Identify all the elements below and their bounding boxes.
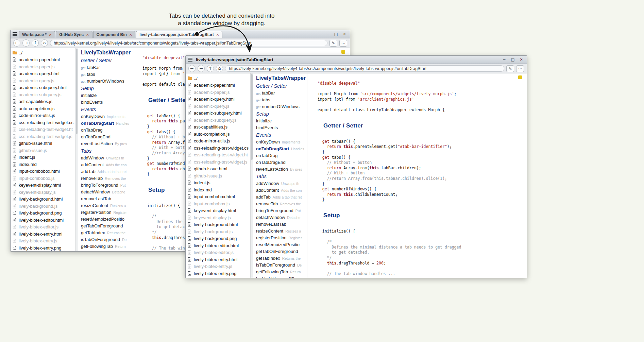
menu-icon[interactable]: [13, 32, 17, 36]
file-item[interactable]: lively-background.js: [188, 228, 250, 235]
edit-button[interactable]: ✎: [506, 65, 514, 72]
file-item[interactable]: ast-capabilities.js: [188, 124, 250, 131]
member-item[interactable]: resizeContentResizes a: [81, 202, 132, 209]
member-item[interactable]: onTabDragEnd: [81, 134, 132, 140]
menu-icon[interactable]: [188, 58, 192, 62]
file-item[interactable]: auto-completion.js: [188, 131, 250, 138]
minimize-button[interactable]: ─: [325, 32, 330, 37]
member-item[interactable]: highlightUnsavedChan: [256, 275, 307, 278]
member-item[interactable]: removeLastTab: [256, 221, 307, 228]
file-item[interactable]: keyevent-display.js: [13, 189, 75, 196]
file-item[interactable]: lively-bibtex-entry.html: [13, 230, 75, 238]
file-item[interactable]: lively-bibtex-entry.js: [13, 238, 75, 245]
file-item[interactable]: github-issue.js: [13, 147, 75, 154]
member-item[interactable]: addWindowUnwraps th: [81, 155, 132, 161]
file-item[interactable]: indent.js: [188, 179, 250, 187]
file-item[interactable]: index.md: [13, 161, 75, 168]
url-input[interactable]: [50, 40, 327, 46]
member-item[interactable]: getFollowingTabReturn: [256, 269, 307, 275]
member-item[interactable]: isTabOnForegroundDe: [81, 236, 132, 243]
up-button[interactable]: ↑: [207, 65, 214, 72]
member-item[interactable]: onTabDrag: [256, 152, 307, 159]
file-item[interactable]: academic-paper.js: [188, 89, 250, 96]
back-button[interactable]: ←: [13, 39, 20, 47]
file-item[interactable]: input-combobox.html: [13, 168, 75, 175]
member-item[interactable]: removeLastTab: [81, 195, 132, 202]
member-item[interactable]: onTabDragStartHandles: [256, 146, 307, 152]
tab-lively-tabs-wrapper[interactable]: lively-tabs-wrapper.js#onTabDragStart ✕: [136, 31, 222, 38]
file-item[interactable]: css-reloading-test-widget.ht: [13, 126, 75, 133]
member-item[interactable]: gettabBar: [256, 90, 307, 97]
file-item[interactable]: lively-background.js: [13, 203, 75, 210]
file-item[interactable]: code-mirror-utils.js: [188, 138, 250, 145]
file-item[interactable]: lively-background.html: [188, 221, 250, 228]
member-item[interactable]: detachWindowDetache: [81, 189, 132, 195]
member-item[interactable]: addContentAdds the con: [81, 161, 132, 168]
file-item[interactable]: input-combobox.html: [188, 193, 250, 201]
member-item[interactable]: registerPositionRegister: [256, 235, 307, 241]
file-item[interactable]: lively-background.png: [188, 235, 250, 242]
member-item[interactable]: getTabIndexReturns the: [81, 229, 132, 236]
member-item[interactable]: gettabs: [256, 97, 307, 103]
tab-close-icon[interactable]: ✕: [49, 33, 52, 37]
member-item[interactable]: getTabOnForeground: [81, 223, 132, 229]
file-item[interactable]: css-reloading-test-widget.cs: [188, 144, 250, 152]
file-item[interactable]: academic-query.html: [13, 70, 75, 78]
member-item[interactable]: getTabOnForeground: [256, 248, 307, 255]
file-item[interactable]: lively-bibtex-entry.js: [188, 263, 250, 270]
member-item[interactable]: gettabBar: [81, 64, 132, 71]
file-item[interactable]: keyevent-display.js: [188, 214, 250, 221]
member-item[interactable]: initialize: [256, 118, 307, 124]
more-button[interactable]: ⋯: [339, 40, 347, 47]
file-item[interactable]: css-reloading-test-widget.ht: [188, 152, 250, 159]
file-item[interactable]: keyevent-display.html: [188, 207, 250, 215]
file-item[interactable]: academic-query.html: [188, 96, 250, 103]
member-item[interactable]: addContentAdds the con: [256, 187, 307, 194]
file-item[interactable]: lively-bibtex-editor.html: [13, 217, 75, 224]
file-item[interactable]: lively-background.html: [13, 196, 75, 203]
tab-workspace[interactable]: Workspace * ✕: [19, 31, 55, 38]
file-item[interactable]: keyevent-display.html: [13, 182, 75, 189]
up-button[interactable]: ↑: [32, 39, 39, 47]
member-item[interactable]: registerPositionRegister: [81, 209, 132, 216]
member-item[interactable]: revertLastActionBy pres: [81, 140, 132, 147]
member-item[interactable]: getnumberOfWindows: [81, 78, 132, 85]
file-item[interactable]: lively-bibtex-editor.js: [13, 224, 75, 231]
member-item[interactable]: detachWindowDetache: [256, 214, 307, 221]
member-item[interactable]: onKeyDownImplements: [81, 113, 132, 120]
file-item[interactable]: ast-capabilities.js: [13, 98, 75, 105]
member-item[interactable]: onTabDragEnd: [256, 159, 307, 166]
file-item[interactable]: css-reloading-test-widget.cs: [13, 119, 75, 126]
member-item[interactable]: resetMemoizedPositio: [81, 216, 132, 223]
member-item[interactable]: bringToForegroundPut: [81, 182, 132, 189]
file-item[interactable]: lively-bibtex-editor.js: [188, 249, 250, 256]
file-item[interactable]: academic-paper.js: [13, 63, 75, 70]
maximize-button[interactable]: □: [333, 32, 339, 37]
file-item[interactable]: lively-bibtex-entry.png: [188, 270, 250, 277]
file-item[interactable]: academic-query.js: [13, 77, 75, 84]
file-item[interactable]: academic-subquery.html: [188, 110, 250, 117]
member-item[interactable]: removeTabRemoves the: [256, 201, 307, 207]
member-item[interactable]: onTabDrag: [81, 127, 132, 134]
maximize-button[interactable]: □: [510, 57, 515, 62]
scrollbar-thumb[interactable]: [251, 74, 253, 160]
member-item[interactable]: getTabIndexReturns the: [256, 255, 307, 262]
member-item[interactable]: resetMemoizedPositio: [256, 241, 307, 248]
member-item[interactable]: removeTabRemoves the: [81, 175, 132, 182]
member-item[interactable]: bindEvents: [81, 99, 132, 106]
file-list-scrollbar[interactable]: [250, 73, 253, 278]
home-button[interactable]: ⌂: [41, 39, 48, 47]
file-item[interactable]: lively-background.png: [13, 210, 75, 217]
file-item[interactable]: index.md: [188, 186, 250, 193]
file-item[interactable]: ../: [13, 49, 75, 56]
file-item[interactable]: lively-bibtex-editor.html: [188, 242, 250, 249]
file-item[interactable]: css-reloading-test-widget.js: [13, 133, 75, 140]
file-item[interactable]: academic-paper.html: [188, 82, 250, 89]
member-item[interactable]: addTabAdds a tab that ret: [81, 168, 132, 175]
member-item[interactable]: initialize: [81, 92, 132, 99]
minimize-button[interactable]: ─: [502, 57, 507, 62]
member-item[interactable]: getnumberOfWindows: [256, 103, 307, 110]
tab-component-bin[interactable]: Component Bin ✕: [93, 31, 136, 38]
tab-github-sync[interactable]: GitHub Sync ✕: [56, 31, 92, 38]
home-button[interactable]: ⌂: [216, 65, 223, 72]
